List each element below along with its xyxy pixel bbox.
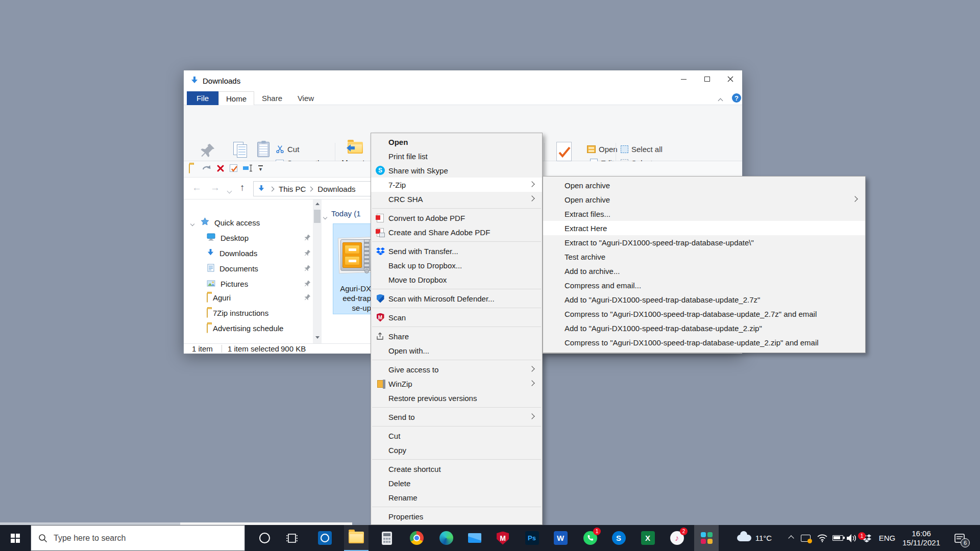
cortana-button[interactable] <box>252 525 277 551</box>
menu-item-scan[interactable]: M Scan <box>371 310 542 324</box>
open-button[interactable]: Open▾ <box>587 143 623 155</box>
menu-item-give-access-to[interactable]: Give access to <box>371 362 542 377</box>
breadcrumb-downloads[interactable]: Downloads <box>314 185 358 193</box>
taskbar-app-mail[interactable] <box>462 525 487 551</box>
taskbar-app-media[interactable]: 2 ♪ <box>665 525 689 551</box>
taskbar-app-word[interactable]: W <box>548 525 573 551</box>
sidebar-item-downloads[interactable]: Downloads <box>184 245 311 261</box>
close-button[interactable] <box>719 70 742 88</box>
qat-redo-button[interactable] <box>202 164 211 174</box>
menu-item-share-with-skype[interactable]: S Share with Skype <box>371 163 542 178</box>
back-button[interactable]: ← <box>192 182 202 193</box>
tray-clock[interactable]: 16:06 15/11/2021 <box>898 525 944 551</box>
tab-file[interactable]: File <box>187 91 218 105</box>
minimize-button[interactable] <box>672 70 695 88</box>
submenu-item-add-to-7z[interactable]: Add to "Aguri-DX1000-speed-trap-database… <box>543 292 865 307</box>
sidebar-item-pictures[interactable]: Pictures <box>184 276 311 291</box>
menu-item-rename[interactable]: Rename <box>371 490 542 505</box>
menu-item-cut[interactable]: Cut <box>371 429 542 443</box>
sidebar-item-quick-access[interactable]: Quick access <box>184 215 311 230</box>
tray-show-hidden-icons[interactable] <box>785 525 797 551</box>
menu-item-back-up-to-dropbox[interactable]: Back up to Dropbox... <box>371 258 542 272</box>
qat-customize-button[interactable]: ▼ <box>258 164 263 172</box>
tray-volume[interactable] <box>844 525 860 551</box>
tray-battery[interactable] <box>830 525 845 551</box>
qat-rename-button[interactable] <box>243 164 253 173</box>
start-button[interactable] <box>0 525 31 551</box>
task-view-button[interactable] <box>280 525 304 551</box>
tray-weather[interactable]: 11°C <box>731 525 778 551</box>
sidebar-item-7zip-instructions[interactable]: 7Zip instructions <box>184 305 311 320</box>
menu-item-crc-sha[interactable]: CRC SHA <box>371 192 542 206</box>
menu-item-move-to-dropbox[interactable]: Move to Dropbox <box>371 272 542 287</box>
collapse-ribbon-button[interactable] <box>719 95 722 104</box>
tray-dropbox[interactable]: 1 <box>860 525 874 551</box>
tab-home[interactable]: Home <box>218 91 254 105</box>
menu-item-copy[interactable]: Copy <box>371 443 542 457</box>
submenu-item-extract-files[interactable]: Extract files... <box>543 207 865 221</box>
tray-language[interactable]: ENG <box>876 525 898 551</box>
action-center-button[interactable]: 6 <box>947 525 972 551</box>
maximize-button[interactable] <box>695 70 719 88</box>
taskbar-app-slack[interactable] <box>694 525 719 551</box>
taskbar-app-whatsapp[interactable]: 1 <box>578 525 602 551</box>
qat-folder-button[interactable] <box>189 164 190 173</box>
submenu-item-compress-to-zip-email[interactable]: Compress to "Aguri-DX1000-speed-trap-dat… <box>543 335 865 349</box>
menu-item-restore-previous-versions[interactable]: Restore previous versions <box>371 391 542 405</box>
sidebar-item-documents[interactable]: Documents <box>184 261 311 276</box>
tray-wifi[interactable] <box>815 525 830 551</box>
group-collapse-chevron-icon[interactable] <box>324 212 327 220</box>
scrollbar-thumb[interactable] <box>314 210 321 223</box>
scroll-up-button[interactable] <box>313 199 322 208</box>
menu-item-share[interactable]: Share <box>371 329 542 343</box>
menu-item-open[interactable]: Open <box>371 135 542 149</box>
menu-item-scan-with-defender[interactable]: Scan with Microsoft Defender... <box>371 291 542 306</box>
expand-chevron-icon[interactable] <box>191 218 194 227</box>
tray-display-sync[interactable] <box>798 525 813 551</box>
taskbar-app-calculator[interactable] <box>375 525 399 551</box>
menu-item-create-share-adobe-pdf[interactable]: Create and Share Adobe PDF <box>371 225 542 239</box>
submenu-item-open-archive[interactable]: Open archive <box>543 178 865 192</box>
menu-item-print-file-list[interactable]: Print file list <box>371 149 542 163</box>
menu-item-send-to[interactable]: Send to <box>371 410 542 424</box>
sidebar-scrollbar[interactable] <box>313 199 322 343</box>
menu-item-create-shortcut[interactable]: Create shortcut <box>371 462 542 476</box>
submenu-item-extract-here[interactable]: Extract Here <box>543 221 865 235</box>
taskbar-app-outlook[interactable] <box>312 525 337 551</box>
qat-delete-button[interactable] <box>216 164 225 174</box>
taskbar-app-skype[interactable]: S <box>606 525 631 551</box>
menu-item-properties[interactable]: Properties <box>371 509 542 523</box>
submenu-item-compress-and-email[interactable]: Compress and email... <box>543 278 865 292</box>
up-button[interactable]: ↑ <box>240 182 245 193</box>
breadcrumb-this-pc[interactable]: This PC <box>276 185 309 193</box>
help-button[interactable]: ? <box>732 93 741 103</box>
taskbar-app-photoshop[interactable]: Ps <box>520 525 544 551</box>
taskbar-app-mcafee[interactable]: M <box>491 525 515 551</box>
submenu-item-test-archive[interactable]: Test archive <box>543 249 865 264</box>
submenu-item-compress-to-7z-email[interactable]: Compress to "Aguri-DX1000-speed-trap-dat… <box>543 307 865 321</box>
menu-item-7zip[interactable]: 7-Zip <box>371 178 542 192</box>
cut-button[interactable]: Cut <box>276 143 299 155</box>
submenu-item-add-to-archive[interactable]: Add to archive... <box>543 264 865 278</box>
taskbar-app-file-explorer[interactable] <box>344 525 369 551</box>
sidebar-item-aguri[interactable]: Aguri <box>184 290 311 305</box>
taskbar-app-excel[interactable]: X <box>635 525 660 551</box>
menu-item-send-with-transfer[interactable]: Send with Transfer... <box>371 244 542 258</box>
forward-button[interactable]: → <box>210 182 220 193</box>
sidebar-item-desktop[interactable]: Desktop <box>184 230 311 245</box>
menu-item-delete[interactable]: Delete <box>371 476 542 490</box>
recent-locations-button[interactable] <box>228 186 231 194</box>
menu-item-winzip[interactable]: WinZip <box>371 377 542 391</box>
taskbar-search[interactable]: Type here to search <box>31 525 245 551</box>
tab-share[interactable]: Share <box>255 91 289 105</box>
tab-view[interactable]: View <box>290 91 322 105</box>
menu-item-open-with[interactable]: Open with... <box>371 343 542 358</box>
submenu-item-open-archive-with[interactable]: Open archive <box>543 192 865 207</box>
taskbar-app-chrome[interactable] <box>404 525 429 551</box>
submenu-item-extract-to-folder[interactable]: Extract to "Aguri-DX1000-speed-trap-data… <box>543 235 865 249</box>
submenu-item-add-to-zip[interactable]: Add to "Aguri-DX1000-speed-trap-database… <box>543 321 865 335</box>
file-group-header[interactable]: Today (1 <box>331 209 361 218</box>
scroll-down-button[interactable] <box>313 333 322 342</box>
select-all-button[interactable]: Select all <box>621 143 663 155</box>
menu-item-convert-to-adobe-pdf[interactable]: Convert to Adobe PDF <box>371 211 542 225</box>
